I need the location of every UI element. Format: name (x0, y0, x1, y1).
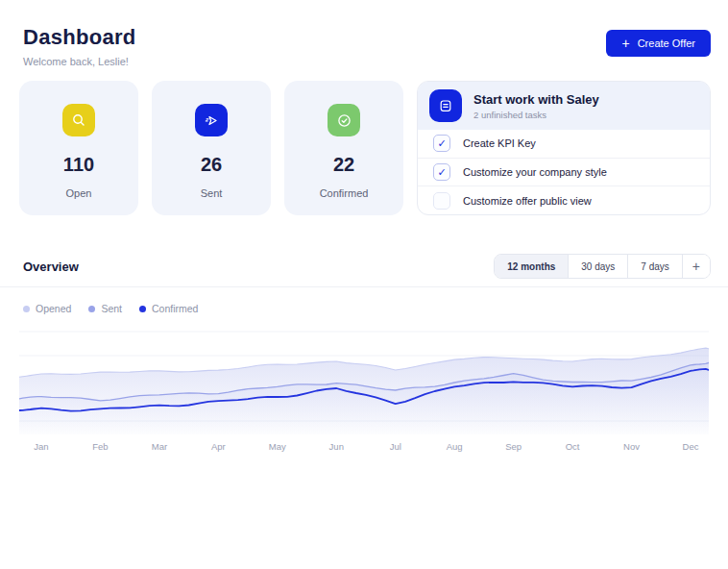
overview-chart: JanFebMarAprMayJunJulAugSepOctNovDec (19, 327, 709, 457)
legend-item-confirmed[interactable]: Confirmed (139, 303, 198, 314)
x-axis-label: Jan (34, 441, 48, 452)
task-row[interactable]: ✓ Create KPI Key (418, 130, 710, 158)
range-button-7-days[interactable]: 7 days (627, 255, 681, 278)
x-axis-label: Jun (329, 441, 344, 452)
stat-label-open: Open (66, 187, 92, 199)
search-icon (62, 104, 95, 136)
stat-label-sent: Sent (201, 187, 223, 199)
stat-card-open[interactable]: 110 Open (19, 81, 138, 215)
x-axis-label: Feb (92, 441, 108, 452)
legend-label: Opened (36, 303, 71, 314)
task-label: Customize your company style (463, 166, 607, 178)
x-axis-label: May (269, 441, 286, 452)
task-list: ✓ Create KPI Key ✓ Customize your compan… (418, 130, 710, 214)
overview-title: Overview (23, 260, 79, 274)
stats-row: 110 Open 26 Sent 22 Confirmed (19, 81, 711, 215)
legend-label: Sent (101, 303, 122, 314)
page-header: Dashboard Welcome back, Leslie! + Create… (0, 0, 728, 67)
page-title: Dashboard (23, 25, 136, 50)
x-axis-label: Oct (566, 441, 580, 452)
section-divider (0, 286, 728, 287)
plus-icon: + (621, 37, 629, 50)
overview-bar: Overview 12 months 30 days 7 days + (23, 254, 711, 279)
x-axis-label: Dec (683, 441, 699, 452)
checkbox-icon[interactable]: ✓ (433, 192, 450, 210)
chart-legend: OpenedSentConfirmed (23, 303, 728, 314)
page-heading-group: Dashboard Welcome back, Leslie! (23, 25, 136, 67)
check-circle-icon (328, 104, 360, 136)
create-offer-label: Create Offer (638, 37, 695, 49)
area-chart-svg: JanFebMarAprMayJunJulAugSepOctNovDec (19, 327, 709, 457)
task-header-text: Start work with Saley 2 unfinished tasks (473, 92, 599, 120)
clipboard-icon (429, 89, 462, 122)
page-subtitle: Welcome back, Leslie! (23, 56, 136, 67)
legend-dot-icon (88, 306, 95, 312)
legend-label: Confirmed (152, 303, 198, 314)
x-axis-label: Jul (390, 441, 401, 452)
legend-dot-icon (23, 306, 30, 312)
x-axis-label: Sep (505, 441, 522, 452)
add-range-button[interactable]: + (682, 255, 710, 278)
task-label: Customize offer public view (463, 195, 592, 207)
range-button-30-days[interactable]: 30 days (568, 255, 627, 278)
time-range-group: 12 months 30 days 7 days + (494, 254, 711, 279)
stat-value-open: 110 (63, 154, 94, 176)
stat-card-confirmed[interactable]: 22 Confirmed (284, 81, 403, 215)
create-offer-button[interactable]: + Create Offer (606, 30, 711, 57)
task-row[interactable]: ✓ Customize offer public view (418, 186, 710, 214)
checkbox-icon[interactable]: ✓ (433, 135, 450, 152)
task-panel: Start work with Saley 2 unfinished tasks… (417, 81, 711, 215)
task-row[interactable]: ✓ Customize your company style (418, 158, 710, 186)
legend-item-sent[interactable]: Sent (88, 303, 122, 314)
task-label: Create KPI Key (463, 137, 536, 149)
x-axis-label: Nov (623, 441, 640, 452)
stat-label-confirmed: Confirmed (320, 187, 369, 199)
x-axis-label: Mar (152, 441, 167, 452)
x-axis-label: Aug (447, 441, 463, 452)
legend-dot-icon (139, 306, 146, 312)
task-panel-subtitle: 2 unfinished tasks (473, 110, 599, 120)
stat-card-sent[interactable]: 26 Sent (152, 81, 271, 215)
dashboard-page: Dashboard Welcome back, Leslie! + Create… (0, 0, 728, 569)
send-icon (195, 104, 228, 136)
legend-item-opened[interactable]: Opened (23, 303, 71, 314)
task-panel-title: Start work with Saley (473, 92, 599, 107)
range-button-12-months[interactable]: 12 months (495, 255, 568, 278)
task-panel-header: Start work with Saley 2 unfinished tasks (418, 82, 710, 130)
checkbox-icon[interactable]: ✓ (433, 163, 450, 181)
stat-value-confirmed: 22 (333, 154, 354, 176)
stat-value-sent: 26 (201, 154, 222, 176)
x-axis-label: Apr (211, 441, 226, 452)
